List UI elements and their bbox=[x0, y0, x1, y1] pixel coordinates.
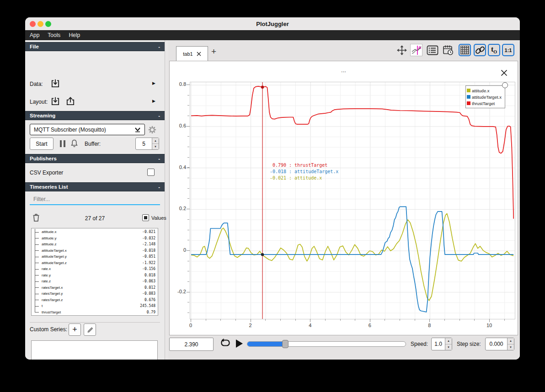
datetime-icon[interactable] bbox=[442, 44, 454, 56]
custom-series-list[interactable] bbox=[31, 340, 158, 360]
timeseries-row[interactable]: attitude.z-2.148 bbox=[32, 241, 158, 248]
notifications-bell-icon[interactable] bbox=[70, 139, 79, 150]
app-window: PlotJuggler App Tools Help File - Data: … bbox=[25, 17, 520, 360]
legend-list-icon[interactable] bbox=[426, 44, 438, 56]
timeseries-row[interactable]: t245.548 bbox=[32, 303, 158, 309]
filter-input[interactable] bbox=[30, 194, 160, 205]
timeseries-list[interactable]: attitude.x-0.021attitude.y-0.032attitude… bbox=[31, 228, 158, 316]
collapse-icon[interactable]: - bbox=[158, 184, 160, 190]
timeseries-row[interactable]: thrustTarget0.79 bbox=[32, 309, 158, 316]
x-axis-tick-label: 4 bbox=[303, 323, 317, 328]
timeseries-row[interactable]: attitudeTarget.y-0.051 bbox=[32, 254, 158, 260]
series-value: -0.063 bbox=[142, 279, 158, 283]
csv-exporter-checkbox[interactable] bbox=[147, 169, 155, 176]
buffer-spinbox[interactable]: 5 ▲▼ bbox=[135, 138, 159, 150]
legend-item[interactable]: thrustTarget bbox=[467, 100, 504, 106]
spin-down-icon[interactable]: ▼ bbox=[508, 344, 514, 350]
timeseries-row[interactable]: attitude.y-0.032 bbox=[32, 235, 158, 242]
move-arrows-icon[interactable] bbox=[395, 44, 408, 56]
series-name: t bbox=[42, 304, 43, 308]
save-layout-icon[interactable] bbox=[65, 96, 75, 108]
series-value: -0.021 bbox=[142, 230, 158, 234]
series-name: ratesTarget.x bbox=[42, 286, 63, 290]
svg-text:A: A bbox=[418, 45, 421, 50]
tab-tab1[interactable]: tab1 bbox=[176, 46, 208, 61]
legend-item[interactable]: attitude.x bbox=[467, 87, 504, 94]
start-button[interactable]: Start bbox=[30, 138, 53, 150]
spin-down-icon[interactable]: ▼ bbox=[152, 144, 159, 149]
plot-close-icon[interactable] bbox=[500, 69, 508, 79]
menu-tools[interactable]: Tools bbox=[48, 32, 60, 38]
x-axis-tick-label: 0 bbox=[184, 323, 198, 328]
collapse-icon[interactable]: - bbox=[158, 44, 160, 49]
data-expand-arrow-icon[interactable]: ▶ bbox=[152, 81, 155, 85]
timeseries-row[interactable]: attitudeTarget.z-1.922 bbox=[32, 260, 158, 266]
load-data-icon[interactable] bbox=[50, 79, 60, 90]
plus-icon: + bbox=[72, 325, 77, 334]
slider-handle[interactable] bbox=[282, 340, 289, 348]
legend-item[interactable]: attitudeTarget.x bbox=[467, 94, 504, 100]
time-offset-button[interactable]: tO bbox=[488, 44, 500, 56]
y-axis-tick-label: 0.6 bbox=[172, 123, 186, 128]
timeseries-row[interactable]: rate.z-0.063 bbox=[32, 278, 158, 285]
left-sidebar: File - Data: ▶ Layout: ▶ Streaming - MQT… bbox=[25, 40, 165, 360]
x-axis-tick-label: 6 bbox=[363, 323, 377, 328]
menu-bar: App Tools Help bbox=[25, 30, 520, 40]
timeseries-row[interactable]: rate.x-0.156 bbox=[32, 266, 158, 272]
tracker-tooltip-row: -0.018 : attitudeTarget.x bbox=[268, 169, 338, 175]
time-display[interactable]: 2.390 bbox=[169, 338, 214, 351]
timeseries-row[interactable]: attitude.x-0.021 bbox=[32, 229, 158, 235]
step-size-spinbox[interactable]: 0.000 ▲▼ bbox=[485, 338, 514, 350]
chart-svg bbox=[190, 82, 515, 319]
speed-spinbox[interactable]: 1.0 ▲▼ bbox=[431, 338, 452, 350]
spin-up-icon[interactable]: ▲ bbox=[445, 338, 452, 344]
legend-color-swatch bbox=[467, 95, 470, 99]
load-layout-icon[interactable] bbox=[50, 96, 60, 108]
add-tab-button[interactable]: + bbox=[211, 47, 216, 57]
play-icon[interactable] bbox=[235, 339, 244, 350]
spin-up-icon[interactable]: ▲ bbox=[508, 338, 514, 344]
menu-help[interactable]: Help bbox=[69, 32, 80, 38]
collapse-icon[interactable]: - bbox=[158, 113, 160, 118]
series-value: 0.79 bbox=[147, 310, 158, 314]
streaming-settings-gear-icon[interactable] bbox=[148, 125, 157, 136]
timeseries-row[interactable]: rate.y0.018 bbox=[32, 272, 158, 279]
tab-close-icon[interactable] bbox=[197, 52, 201, 56]
link-axes-button[interactable] bbox=[474, 44, 486, 56]
series-name: attitudeTarget.z bbox=[42, 261, 67, 265]
y-axis-tick-label: 0.8 bbox=[172, 81, 186, 87]
publishers-section-header[interactable]: Publishers - bbox=[25, 154, 165, 163]
series-value: -2.148 bbox=[142, 242, 158, 246]
timeseries-section-header[interactable]: Timeseries List - bbox=[25, 182, 165, 191]
layout-expand-arrow-icon[interactable]: ▶ bbox=[152, 99, 155, 103]
streaming-source-select[interactable]: MQTT Subscriber (Mosquitto) bbox=[30, 124, 145, 135]
file-section-header[interactable]: File - bbox=[25, 42, 165, 51]
timeseries-row[interactable]: ratesTarget.y-0.083 bbox=[32, 291, 158, 297]
edit-custom-series-button[interactable] bbox=[84, 323, 96, 336]
legend-handle-circle[interactable] bbox=[502, 82, 508, 88]
series-name: rate.z bbox=[42, 279, 51, 283]
plot-canvas[interactable] bbox=[190, 82, 515, 319]
loop-icon[interactable] bbox=[219, 338, 231, 351]
time-slider[interactable] bbox=[247, 341, 406, 347]
timeseries-row[interactable]: ratesTarget.z0.676 bbox=[32, 297, 158, 303]
spin-down-icon[interactable]: ▼ bbox=[445, 344, 452, 350]
values-checkbox[interactable] bbox=[142, 214, 149, 221]
spin-up-icon[interactable]: ▲ bbox=[152, 138, 159, 144]
y-axis-tick-label: 0.4 bbox=[172, 164, 186, 170]
grid-view-button[interactable] bbox=[459, 44, 471, 56]
collapse-icon[interactable]: - bbox=[158, 156, 160, 161]
timeseries-row[interactable]: attitudeTarget.x-0.018 bbox=[32, 248, 158, 254]
series-name: thrustTarget bbox=[42, 310, 61, 314]
plot-legend[interactable]: attitude.xattitudeTarget.xthrustTarget bbox=[465, 85, 505, 108]
timeseries-row[interactable]: ratesTarget.x0.012 bbox=[32, 285, 158, 291]
ratio-1-1-button[interactable]: 1:1 bbox=[502, 44, 514, 56]
menu-app[interactable]: App bbox=[30, 32, 39, 38]
data-label: Data: bbox=[30, 81, 43, 87]
curve-style-icon[interactable]: A bbox=[410, 44, 422, 56]
plot-title[interactable]: ... bbox=[170, 67, 518, 74]
add-custom-series-button[interactable]: + bbox=[69, 323, 81, 336]
x-axis-tick-label: 10 bbox=[482, 323, 496, 328]
pause-icon[interactable] bbox=[59, 140, 66, 149]
streaming-section-header[interactable]: Streaming - bbox=[25, 111, 165, 120]
